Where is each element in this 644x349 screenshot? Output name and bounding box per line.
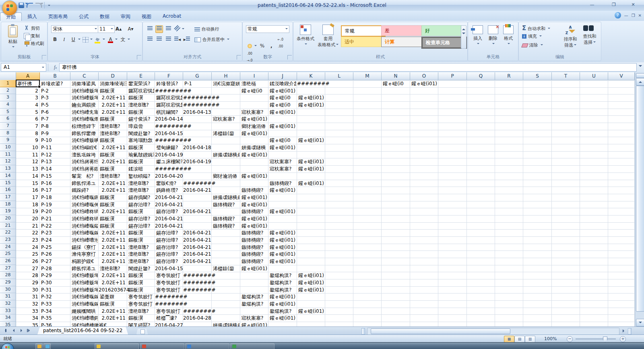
cell-A18[interactable]: 18	[16, 202, 38, 208]
zoom-slider-thumb[interactable]	[603, 337, 607, 342]
cell-D10[interactable]: 2.02E+11	[99, 145, 126, 151]
cell-E30[interactable]: 鏂板瀷	[128, 287, 154, 293]
cell-style-neutral[interactable]: 适中	[341, 37, 385, 47]
cell-C18[interactable]: 涓€绉嶆暣伸	[72, 202, 98, 208]
cell-G10[interactable]: 2016-04-18	[183, 145, 210, 151]
normal-view-button[interactable]: ▦	[504, 336, 514, 343]
cell-E9[interactable]: 塞垮瑙勯敜	[128, 138, 154, 144]
row-header-4[interactable]: 4	[0, 101, 16, 109]
fill-button[interactable]: ↓ 填充	[522, 33, 542, 39]
cell-D4[interactable]: 2.02E+11	[99, 102, 126, 108]
cell-J29[interactable]: 鏊爠构淇?	[270, 280, 296, 286]
taskbar-item-4[interactable]	[140, 343, 184, 349]
hscroll-split-handle[interactable]	[628, 328, 632, 335]
ribbon-tab-Acrobat[interactable]: Acrobat	[157, 12, 187, 22]
cell-E32[interactable]: 寨夸筑姣忊	[128, 301, 154, 307]
cell-C5[interactable]: 涓€绉嶆兂甯	[72, 109, 98, 115]
cell-D26[interactable]: 2.02E+11	[99, 259, 126, 265]
cell-D34[interactable]: 2.02E+11	[99, 315, 126, 321]
cell-E25[interactable]: 澶栬В璁?	[128, 251, 154, 257]
shrink-font-button[interactable]: A▾	[127, 25, 134, 33]
cell-G34[interactable]: 2016-04-28	[183, 315, 210, 321]
cell-G25[interactable]: 2016-04-21	[183, 251, 210, 257]
selected-cell-A1[interactable]: 搴忓彿	[16, 80, 40, 87]
cell-D1[interactable]: 涓撳埄绫诲瀷	[100, 81, 126, 87]
align-top-button[interactable]	[146, 25, 154, 33]
cell-F31[interactable]: ########	[155, 294, 182, 300]
cell-K13[interactable]: 鑵ｅ崼(i01)	[298, 166, 634, 172]
clear-button[interactable]: 清除	[522, 42, 543, 48]
italic-button[interactable]: I	[60, 36, 68, 43]
cell-style-good[interactable]: 好	[421, 25, 465, 36]
cell-A23[interactable]: 23	[16, 237, 38, 243]
window-restore-button[interactable]: ❐	[609, 2, 619, 8]
column-header-Q[interactable]: Q	[467, 72, 495, 80]
sort-filter-button[interactable]: AZ 排序和筛选	[561, 25, 580, 48]
insert-cells-button[interactable]: 插入	[471, 25, 485, 47]
cell-D8[interactable]: 澶栬В璁?	[100, 131, 126, 137]
cell-A14[interactable]: 14	[16, 173, 38, 179]
cell-A9[interactable]: 9	[16, 138, 38, 144]
cell-J4[interactable]: 鑵ｅ崼(i0	[270, 102, 296, 108]
zoom-out-button[interactable]: −	[567, 336, 573, 342]
expand-formula-bar-icon[interactable]	[637, 64, 644, 71]
row-header-13[interactable]: 13	[0, 165, 16, 172]
cell-I8[interactable]: 鑵ｅ崼(i01)	[242, 131, 634, 137]
cell-style-check[interactable]: 检查单元格	[421, 37, 467, 49]
cell-F6[interactable]: 2016-04-14	[155, 116, 182, 122]
row-header-29[interactable]: 29	[0, 279, 16, 286]
row-header-5[interactable]: 5	[0, 109, 16, 116]
column-header-E[interactable]: E	[127, 72, 155, 80]
cell-A22[interactable]: 22	[16, 230, 38, 236]
scroll-up-icon[interactable]	[636, 78, 644, 86]
cell-C32[interactable]: 涓€绉嶆暣鎵	[72, 301, 98, 307]
cell-C25[interactable]: 澹伅寧寮忊	[72, 251, 98, 257]
cell-F26[interactable]: 錫存治璋?	[156, 259, 182, 265]
cell-I10[interactable]: 姘撮叆鐩樻	[242, 145, 268, 151]
cell-A31[interactable]: 31	[16, 294, 38, 300]
cell-E7[interactable]: 璋焱尝	[128, 123, 154, 129]
row-header-7[interactable]: 7	[0, 123, 16, 130]
cell-E1[interactable]: 鐢宠荣浜?	[128, 81, 154, 87]
cell-E11[interactable]: 瑜氭皵鐐娓?	[128, 152, 154, 158]
cell-J25[interactable]: 鑵ｅ崼(i01)	[270, 251, 634, 257]
row-header-32[interactable]: 32	[0, 300, 16, 308]
cell-J16[interactable]: 鑵ｅ崼(i01)	[270, 187, 634, 193]
cell-I25[interactable]: 鏃犻檮鍥?	[242, 251, 268, 257]
cell-A24[interactable]: 24	[16, 244, 38, 250]
cell-F17[interactable]: 2016-04-21	[155, 195, 182, 201]
row-header-22[interactable]: 22	[0, 229, 16, 236]
window-minimize-button[interactable]: —	[587, 2, 597, 8]
cell-J7[interactable]: 鑵ｅ崼(i01)	[270, 123, 634, 129]
cell-E6[interactable]: 錫寸俊浜?	[128, 116, 154, 122]
align-right-button[interactable]	[165, 36, 172, 43]
cell-G26[interactable]: 2016-04-21	[183, 259, 210, 265]
cell-J26[interactable]: 鑵ｅ崼(i01)	[270, 259, 634, 265]
cell-G12[interactable]: 2016-04-19	[183, 159, 210, 165]
cell-B9[interactable]: P-10	[41, 138, 70, 144]
cell-C9[interactable]: 涓€绉嶆贩晪	[72, 138, 98, 144]
cell-E35[interactable]: 閿叉鐞冩?	[128, 322, 154, 326]
cell-C30[interactable]: 涓€绉嶆贩堚	[72, 287, 98, 293]
alignment-dialog-launcher-icon[interactable]	[237, 55, 241, 60]
cell-A16[interactable]: 16	[16, 187, 38, 193]
cell-A33[interactable]: 33	[16, 308, 38, 314]
row-header-30[interactable]: 30	[0, 286, 16, 294]
delete-cells-button[interactable]: ✕ 删除	[486, 25, 500, 47]
cell-D12[interactable]: 2.02E+11	[99, 159, 126, 165]
decrease-indent-button[interactable]: ◂	[173, 36, 181, 43]
cell-I35[interactable]: 鑵ｅ崼(i01)	[242, 322, 634, 326]
cell-F8[interactable]: 2016-04-15	[155, 131, 182, 137]
row-header-3[interactable]: 3	[0, 94, 16, 101]
cell-N1[interactable]: 鑵ｅ崼(i0	[383, 81, 409, 87]
cell-F14[interactable]: 2016-04-20	[155, 173, 182, 179]
cell-B6[interactable]: P-7	[41, 116, 70, 122]
cell-C29[interactable]: 涓€绉嶆贩堚	[72, 280, 98, 286]
cell-F15[interactable]: 鐢版€滑?	[156, 181, 182, 187]
name-box[interactable]: A1	[1, 63, 46, 72]
cell-A7[interactable]: 7	[16, 123, 38, 129]
cell-F12[interactable]: 钀ユ床樓閣?	[156, 159, 182, 165]
cell-C20[interactable]: 涓€绉嶆柊绱	[72, 216, 98, 222]
cell-E24[interactable]: 澶栬В璁?	[128, 244, 154, 250]
spreadsheet-grid[interactable]: ABCDEFGHIJKLMNOPQRSTUV1搴忓彿妗堟欢鍙?涓撳埄鍙凤涓撳埄绫…	[0, 72, 635, 326]
